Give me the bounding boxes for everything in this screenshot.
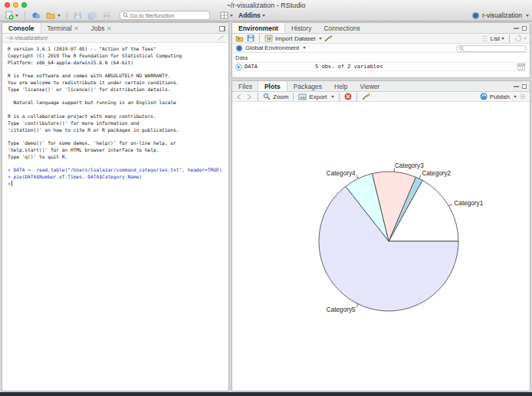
toolbar-separator	[509, 34, 510, 43]
clear-objects-button[interactable]	[324, 34, 333, 42]
save-all-icon	[87, 11, 97, 20]
zoom-plot-button[interactable]: Zoom	[263, 93, 288, 100]
refresh-icon	[514, 34, 522, 42]
publish-button[interactable]: Publish	[480, 93, 517, 100]
broom-icon	[217, 34, 225, 41]
project-icon	[31, 11, 41, 20]
pie-label: Category2	[422, 170, 451, 177]
remove-circle-icon	[344, 93, 352, 100]
maximize-pane-icon[interactable]	[219, 26, 225, 31]
plots-toolbar: Zoom Export	[232, 92, 530, 102]
maximize-pane-icon[interactable]	[522, 84, 527, 89]
tab-packages[interactable]: Packages	[287, 81, 328, 91]
console-output[interactable]: R version 3.6.1 (2019-07-05) -- "Action …	[2, 43, 228, 188]
pie-label: Category1	[454, 200, 483, 207]
console-line: > pie(DATA$Number.of.Times, DATA$Categor…	[8, 174, 228, 181]
remove-plot-button[interactable]	[344, 93, 352, 100]
tab-plots[interactable]: Plots	[258, 81, 287, 91]
tab-environment[interactable]: Environment	[232, 23, 285, 33]
tab-viewer[interactable]: Viewer	[354, 81, 386, 91]
view-table-icon[interactable]	[517, 64, 525, 70]
tab-files[interactable]: Files	[232, 81, 258, 91]
chevron-down-icon	[15, 15, 18, 17]
close-icon[interactable]	[107, 26, 112, 31]
console-line: > DATA <- read.table("/Users/lsalazar/co…	[8, 167, 228, 174]
toolbar-separator	[25, 11, 25, 20]
console-line: Type 'license()' or 'licence()' for dist…	[8, 87, 228, 93]
new-project-button[interactable]	[30, 10, 42, 21]
tab-terminal[interactable]: Terminal	[41, 23, 85, 33]
back-arrow-icon	[235, 93, 243, 100]
pie-label: Category5	[327, 306, 356, 313]
tab-label: Environment	[238, 25, 278, 32]
minimize-pane-icon[interactable]	[514, 28, 519, 29]
project-selector[interactable]: r-visualization	[471, 10, 529, 21]
environment-search[interactable]	[456, 45, 527, 52]
tab-label: Connections	[323, 25, 360, 32]
save-icon	[247, 34, 255, 42]
console-line: >	[8, 181, 228, 188]
list-view-button[interactable]: List	[491, 35, 504, 42]
previous-plot-button[interactable]	[235, 93, 243, 100]
export-plot-button[interactable]: Export	[298, 93, 333, 100]
console-line: 'help.start()' for an HTML browser inter…	[8, 147, 228, 154]
import-dataset-label: Import Dataset	[275, 35, 315, 42]
clear-console-button[interactable]	[217, 34, 225, 41]
save-button[interactable]	[72, 11, 84, 21]
tab-label: Files	[238, 83, 252, 90]
new-file-button[interactable]	[3, 10, 20, 21]
maximize-pane-icon[interactable]	[522, 26, 527, 31]
pie-label: Category4	[327, 170, 356, 177]
printer-icon	[102, 11, 111, 20]
object-row-DATA[interactable]: DATA 5 obs. of 2 variables	[232, 62, 530, 71]
console-line: Copyright (C) 2019 The R Foundation for …	[8, 53, 228, 60]
console-line: Type 'demo()' for some demos, 'help()' f…	[8, 140, 228, 147]
tab-label: Console	[8, 25, 34, 32]
goto-file-input[interactable]	[130, 12, 207, 19]
console-line: You are welcome to redistribute it under…	[8, 80, 228, 87]
list-view-label: List	[491, 35, 500, 42]
import-dataset-button[interactable]: Import Dataset	[264, 34, 322, 42]
working-directory: ~/r-visualization/	[6, 34, 48, 41]
search-icon	[459, 46, 465, 51]
console-line: Natural language support but running in …	[8, 100, 228, 106]
plots-pane: Files Plots Packages Help Viewer	[232, 80, 530, 391]
workspace-panes-button[interactable]	[218, 11, 235, 20]
tab-history[interactable]: History	[285, 23, 317, 33]
refresh-button[interactable]	[514, 34, 527, 42]
folder-icon	[46, 11, 56, 20]
tab-jobs[interactable]: Jobs	[85, 23, 118, 33]
gear-icon[interactable]	[519, 93, 527, 100]
main-toolbar: Addins	[3, 10, 529, 21]
print-button[interactable]	[100, 11, 113, 21]
scope-selector[interactable]: Global Environment	[245, 44, 299, 51]
addins-label: Addins	[238, 11, 261, 19]
save-workspace-button[interactable]	[247, 34, 255, 42]
text-cursor	[11, 181, 12, 186]
chevron-down-icon	[331, 96, 334, 98]
pie-label-leader	[448, 204, 452, 206]
expand-object-icon[interactable]	[235, 64, 242, 70]
addins-button[interactable]: Addins	[237, 11, 267, 20]
tab-console[interactable]: Console	[2, 23, 41, 33]
tab-help[interactable]: Help	[328, 81, 353, 91]
load-workspace-button[interactable]	[235, 34, 245, 42]
close-icon[interactable]	[74, 26, 79, 31]
save-all-button[interactable]	[86, 11, 98, 21]
console-line: 'citation()' on how to cite R or R packa…	[8, 127, 228, 134]
clear-all-plots-button[interactable]	[362, 93, 370, 100]
broom-icon	[362, 93, 370, 100]
export-label: Export	[309, 93, 327, 100]
goto-file-search[interactable]	[120, 11, 210, 20]
tab-label: History	[291, 25, 311, 32]
screen-bottom-edge	[0, 392, 532, 396]
tab-connections[interactable]: Connections	[317, 23, 366, 33]
chevron-down-icon	[57, 15, 61, 17]
toolbar-separator	[258, 93, 258, 101]
open-file-button[interactable]	[44, 10, 62, 21]
tab-label: Plots	[264, 83, 281, 90]
next-plot-button[interactable]	[245, 93, 253, 100]
broom-icon	[324, 34, 333, 42]
zoom-label: Zoom	[273, 93, 288, 100]
minimize-pane-icon[interactable]	[514, 86, 519, 87]
